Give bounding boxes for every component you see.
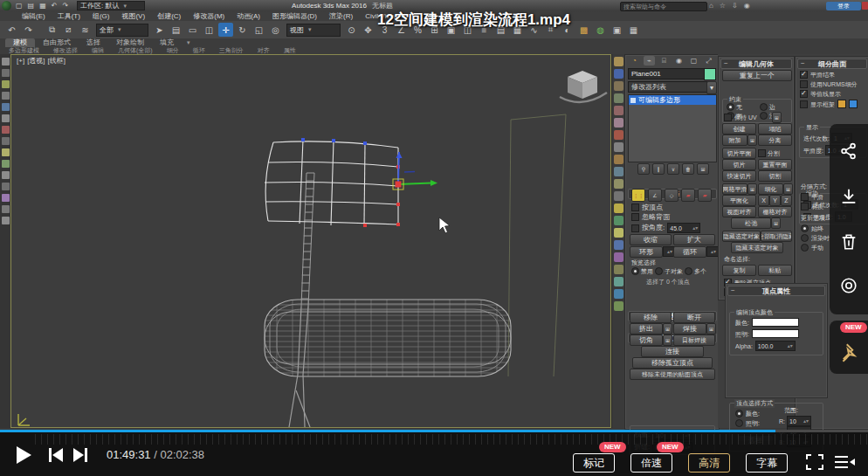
show-end-result-icon[interactable]: ❙ — [652, 163, 665, 175]
render-iterative-icon[interactable]: ▦ — [626, 23, 641, 37]
repeat-last-button[interactable]: 重复上一个 — [722, 70, 792, 81]
ribbon-minimize-icon[interactable]: ▾ — [187, 39, 190, 46]
render-production-icon[interactable]: ◍ — [593, 23, 608, 37]
marker-pin-icon[interactable] — [838, 341, 861, 364]
qat-open-icon[interactable]: ▤ — [28, 2, 35, 10]
show-cage-checkbox[interactable] — [800, 100, 808, 108]
qat-new-icon[interactable]: ▢ — [16, 2, 23, 10]
playlist-icon[interactable] — [833, 453, 856, 471]
select-by-color-radio[interactable] — [735, 410, 743, 417]
remove-unused-map-button[interactable]: 移除未使用的贴图顶点 — [630, 369, 715, 380]
plugin-icon[interactable] — [614, 167, 623, 176]
plugin-icon[interactable] — [614, 130, 623, 140]
attach-settings-icon[interactable]: ⊞ — [747, 135, 757, 146]
select-by-name-icon[interactable]: ▤ — [169, 23, 183, 37]
rollout-edit-geometry[interactable]: 编辑几何体 — [720, 59, 792, 69]
grid-align-button[interactable]: 栅格对齐 — [758, 206, 792, 217]
reference-coordsys-dropdown[interactable]: 视图▾ — [286, 24, 341, 37]
share-icon[interactable] — [839, 141, 858, 161]
plugin-icon[interactable] — [614, 118, 623, 128]
target-weld-button[interactable]: 目标焊接 — [673, 335, 715, 346]
mark-button[interactable]: 标记 — [573, 453, 615, 473]
configure-modifier-icon[interactable]: ⊞ — [697, 163, 709, 175]
border-mode-icon[interactable]: ◇ — [665, 189, 679, 202]
spinner-arrows-icon[interactable]: ▴▾ — [788, 343, 793, 348]
spinner-arrows-icon[interactable]: ▴▾ — [711, 249, 716, 254]
unlink-icon[interactable]: ⧄ — [61, 23, 76, 37]
view-align-button[interactable]: 视图对齐 — [722, 206, 756, 217]
undo-icon[interactable]: ↶ — [4, 23, 19, 37]
dock-icon[interactable] — [2, 160, 10, 168]
loop-button[interactable]: 循环 — [673, 246, 706, 258]
r-spinner[interactable]: 10▴▾ — [787, 416, 811, 426]
menu-views[interactable]: 视图(V) — [115, 11, 151, 21]
redo-icon[interactable]: ↷ — [21, 23, 36, 37]
select-move-icon[interactable]: ✛ — [218, 23, 233, 37]
update-manual-radio[interactable] — [801, 244, 809, 252]
msmooth-settings-icon[interactable]: ⊞ — [747, 183, 757, 195]
next-button[interactable] — [72, 446, 89, 464]
dock-icon[interactable] — [2, 205, 10, 213]
qat-save-icon[interactable]: ▦ — [39, 2, 46, 10]
user-icon[interactable]: ◉ — [744, 2, 750, 10]
display-tab-icon[interactable]: ▢ — [688, 56, 699, 66]
max-logo-icon[interactable] — [2, 1, 11, 10]
menu-graph-editors[interactable]: 图形编辑器(D) — [266, 11, 323, 21]
loop-spinner[interactable]: ▴▾ — [706, 246, 719, 257]
menu-group[interactable]: 组(G) — [86, 11, 116, 21]
select-manipulate-icon[interactable]: ✥ — [361, 23, 375, 37]
record-icon[interactable] — [839, 276, 858, 295]
plugin-icon[interactable] — [614, 301, 623, 311]
prev-button[interactable] — [47, 446, 65, 464]
unhide-all-button[interactable]: 全部取消隐藏 — [761, 231, 792, 242]
break-button[interactable]: 断开 — [673, 312, 715, 323]
community-icon[interactable]: ☆ — [720, 2, 726, 10]
isoline-checkbox[interactable] — [800, 90, 808, 98]
subtitle-button[interactable]: 字幕 — [746, 453, 788, 473]
preview-subobj-radio[interactable] — [655, 267, 663, 275]
plugin-icon[interactable] — [614, 191, 623, 201]
dock-icon[interactable] — [2, 183, 10, 190]
select-by-illum-radio[interactable] — [735, 419, 743, 427]
weld-button[interactable]: 焊接 — [673, 323, 706, 335]
reset-plane-button[interactable]: 重置平面 — [758, 159, 792, 170]
create-button[interactable]: 创建 — [722, 123, 756, 135]
plugin-icon[interactable] — [614, 265, 623, 274]
select-link-icon[interactable]: ⧉ — [45, 23, 59, 37]
detach-button[interactable]: 分离 — [758, 135, 792, 146]
utilities-tab-icon[interactable]: ⤢ — [703, 56, 714, 66]
ignore-backfacing-checkbox[interactable] — [631, 213, 639, 221]
viewport[interactable]: [+] [透视] [线框] — [10, 54, 611, 428]
plugin-icon[interactable] — [614, 289, 623, 299]
illumination-swatch[interactable] — [752, 329, 799, 338]
vertex-mode-icon[interactable]: ⋮⋮ — [631, 189, 645, 202]
hide-unselected-button[interactable]: 隐藏未选定对象 — [731, 242, 783, 253]
plugin-icon[interactable] — [614, 69, 623, 79]
copy-button[interactable]: 复制 — [722, 265, 756, 276]
qat-redo-icon[interactable]: ↷ — [62, 2, 68, 10]
workspace-dropdown[interactable]: 工作区: 默认▾ — [77, 1, 145, 10]
plugin-icon[interactable] — [614, 155, 623, 164]
polygon-mode-icon[interactable]: ▰ — [681, 189, 695, 202]
cage-color-swatch[interactable] — [837, 100, 846, 108]
relax-button[interactable]: 松弛 — [731, 217, 771, 229]
viewcube[interactable] — [560, 71, 607, 102]
select-rotate-icon[interactable]: ↻ — [235, 23, 250, 37]
attach-button[interactable]: 附加 — [722, 135, 747, 146]
menu-animation[interactable]: 动画(A) — [231, 11, 266, 21]
dock-icon[interactable] — [2, 126, 10, 134]
hide-selected-button[interactable]: 隐藏选定对象 — [722, 231, 761, 242]
preserve-uv-settings-icon[interactable]: ⊞ — [772, 112, 782, 123]
tessellate-settings-icon[interactable]: ⊞ — [783, 183, 793, 195]
preserve-uv-checkbox[interactable] — [724, 114, 732, 121]
remove-isolated-button[interactable]: 移除孤立顶点 — [632, 357, 713, 369]
update-always-radio[interactable] — [801, 224, 809, 232]
make-planar-button[interactable]: 平面化 — [722, 195, 756, 206]
cage-selected-color-swatch[interactable] — [849, 100, 858, 108]
plugin-icon[interactable] — [614, 179, 623, 189]
select-object-icon[interactable]: ➤ — [152, 23, 167, 37]
plugin-icon[interactable] — [614, 216, 623, 225]
vertex-color-swatch[interactable] — [752, 318, 799, 327]
update-render-radio[interactable] — [801, 234, 809, 242]
updates-icon[interactable]: ⇩ — [732, 2, 738, 10]
